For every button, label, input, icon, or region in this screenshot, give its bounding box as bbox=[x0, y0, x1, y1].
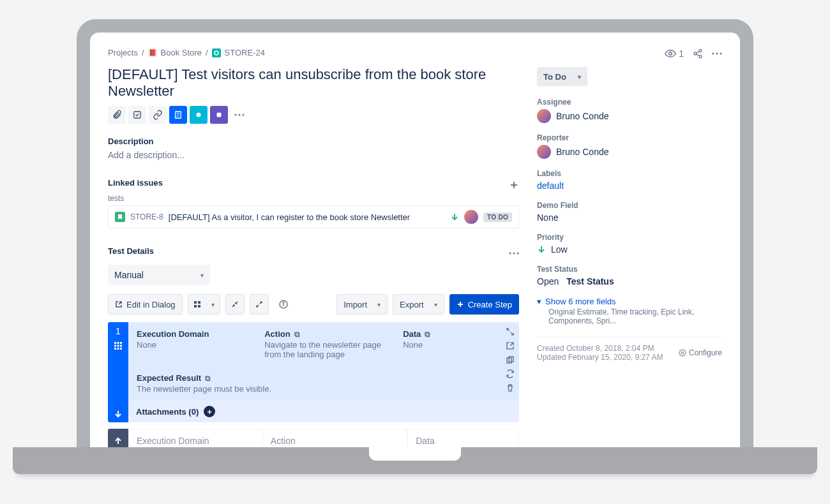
avatar bbox=[537, 145, 551, 159]
app2-button[interactable] bbox=[210, 106, 228, 124]
assignee-field[interactable]: Assignee Bruno Conde bbox=[537, 98, 722, 123]
labels-field[interactable]: Labels default bbox=[537, 169, 722, 191]
main-column: Projects / 📕 Book Store / STORE-24 [DEFA… bbox=[108, 48, 519, 447]
assignee-avatar bbox=[464, 210, 478, 224]
exec-domain-label: Execution Domain bbox=[137, 329, 209, 339]
show-more-fields-button[interactable]: ▾ Show 6 more fields bbox=[537, 297, 722, 306]
assignee-value: Bruno Conde bbox=[556, 111, 609, 121]
created-meta: Created October 8, 2018, 2:04 PM bbox=[537, 344, 663, 353]
svg-rect-18 bbox=[194, 305, 197, 308]
copy-icon[interactable]: ⧉ bbox=[205, 374, 211, 383]
collapse-button[interactable] bbox=[225, 294, 245, 315]
chevron-down-icon: ▾ bbox=[537, 297, 541, 306]
more-toolbar-button[interactable] bbox=[230, 106, 248, 124]
page-button[interactable] bbox=[169, 106, 187, 124]
svg-point-22 bbox=[283, 302, 284, 303]
attach-button[interactable] bbox=[108, 106, 126, 124]
demo-label: Demo Field bbox=[537, 201, 722, 210]
data-cell[interactable]: Data bbox=[407, 429, 519, 447]
action-cell[interactable]: Action bbox=[262, 429, 407, 447]
create-step-button[interactable]: Create Step bbox=[449, 294, 519, 315]
expected-label: Expected Result bbox=[137, 373, 201, 383]
svg-line-41 bbox=[697, 54, 700, 56]
data-cell[interactable]: Data ⧉ None bbox=[395, 322, 501, 366]
step-number: 1 bbox=[116, 326, 121, 336]
export-label: Export bbox=[400, 300, 424, 309]
edit-in-dialog-button[interactable]: Edit in Dialog bbox=[108, 294, 183, 315]
step-rail-up[interactable] bbox=[108, 429, 128, 447]
grid-view-button[interactable]: ▾ bbox=[188, 294, 220, 315]
priority-field[interactable]: Priority Low bbox=[537, 233, 722, 255]
step-tools bbox=[501, 322, 519, 401]
priority-low-icon bbox=[537, 245, 546, 254]
test-details-more-button[interactable] bbox=[509, 252, 519, 255]
action-label: Action bbox=[271, 436, 399, 446]
svg-point-14 bbox=[513, 252, 515, 254]
test-status-field[interactable]: Test Status Open Test Status bbox=[537, 265, 722, 286]
export-button[interactable]: Export ▾ bbox=[393, 294, 444, 315]
svg-rect-16 bbox=[194, 301, 197, 304]
svg-rect-7 bbox=[217, 113, 222, 117]
labels-value[interactable]: default bbox=[537, 181, 722, 191]
svg-rect-25 bbox=[114, 342, 116, 344]
subtask-button[interactable] bbox=[128, 106, 146, 124]
test-status-open: Open bbox=[537, 276, 559, 286]
expand-button[interactable] bbox=[250, 294, 269, 315]
reporter-field[interactable]: Reporter Bruno Conde bbox=[537, 133, 722, 159]
delete-step-icon[interactable] bbox=[506, 383, 515, 392]
linked-issue-key: STORE-8 bbox=[130, 212, 163, 221]
copy-icon[interactable]: ⧉ bbox=[294, 330, 300, 339]
status-select[interactable]: To Do ▾ bbox=[537, 67, 587, 86]
svg-rect-31 bbox=[114, 348, 116, 350]
import-button[interactable]: Import ▾ bbox=[336, 294, 388, 315]
breadcrumb-project[interactable]: Book Store bbox=[161, 48, 202, 57]
configure-button[interactable]: Configure bbox=[679, 348, 722, 357]
test-type-select[interactable]: Manual ▾ bbox=[108, 265, 210, 285]
attachments-row[interactable]: Attachments (0) + bbox=[128, 401, 519, 422]
grid-icon bbox=[114, 341, 123, 350]
breadcrumb-issue-key[interactable]: STORE-24 bbox=[225, 48, 265, 57]
svg-point-42 bbox=[713, 53, 714, 55]
open-step-icon[interactable] bbox=[506, 341, 515, 350]
add-attachment-button[interactable]: + bbox=[204, 406, 215, 417]
expected-result-cell[interactable]: Expected Result ⧉ The newsletter page mu… bbox=[128, 366, 501, 401]
copy-icon[interactable]: ⧉ bbox=[425, 330, 430, 339]
svg-point-13 bbox=[509, 252, 511, 254]
attachments-label: Attachments (0) bbox=[136, 407, 199, 417]
expected-value: The newsletter page must be visible. bbox=[137, 384, 493, 394]
info-button[interactable] bbox=[274, 294, 293, 315]
add-linked-issue-button[interactable] bbox=[509, 180, 519, 190]
svg-point-15 bbox=[517, 252, 519, 254]
issue-more-button[interactable] bbox=[712, 52, 722, 55]
data-label: Data bbox=[416, 436, 511, 446]
arrow-down-icon[interactable] bbox=[114, 410, 123, 419]
import-label: Import bbox=[343, 300, 367, 309]
svg-point-38 bbox=[694, 52, 697, 55]
app1-button[interactable] bbox=[190, 106, 207, 124]
test-status-value: Test Status bbox=[566, 276, 614, 286]
action-cell[interactable]: Action ⧉ Navigate to the newsletter page… bbox=[256, 322, 395, 366]
sync-step-icon[interactable] bbox=[506, 369, 515, 378]
clone-step-icon[interactable] bbox=[506, 355, 515, 364]
link-button[interactable] bbox=[149, 106, 167, 124]
exec-domain-cell[interactable]: Execution Domain None bbox=[128, 322, 256, 366]
description-placeholder[interactable]: Add a description... bbox=[108, 150, 519, 160]
show-more-label: Show 6 more fields bbox=[545, 297, 616, 306]
exec-domain-cell[interactable]: Execution Domain bbox=[128, 429, 262, 447]
test-type-value: Manual bbox=[114, 270, 144, 280]
action-label: Action bbox=[264, 329, 290, 339]
priority-low-icon bbox=[450, 212, 459, 221]
svg-point-10 bbox=[243, 114, 245, 116]
linked-issue-row[interactable]: STORE-8 [DEFAULT] As a visitor, I can re… bbox=[108, 205, 519, 228]
share-button[interactable] bbox=[693, 48, 703, 59]
watchers-button[interactable]: 1 bbox=[665, 48, 684, 59]
step-rail[interactable]: 1 bbox=[108, 322, 128, 422]
demo-field[interactable]: Demo Field None bbox=[537, 201, 722, 223]
issue-top-actions: 1 bbox=[537, 48, 722, 59]
svg-rect-29 bbox=[117, 345, 119, 347]
svg-point-39 bbox=[699, 56, 702, 58]
breadcrumb-projects[interactable]: Projects bbox=[108, 48, 138, 57]
divider bbox=[537, 337, 722, 337]
svg-rect-26 bbox=[117, 342, 119, 344]
expand-step-icon[interactable] bbox=[506, 327, 515, 336]
